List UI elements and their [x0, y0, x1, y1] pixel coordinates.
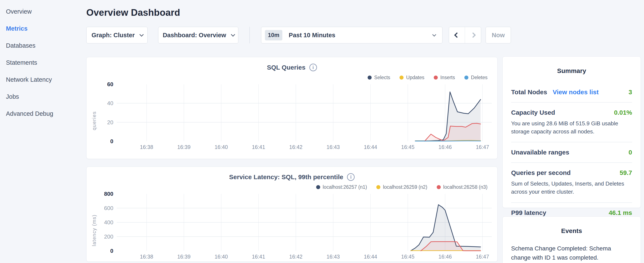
svg-text:400: 400	[104, 219, 113, 225]
main-content: Overview Dashboard Graph: Cluster Dashbo…	[86, 0, 644, 263]
legend-item: Selects	[368, 75, 390, 80]
summary-title: Summary	[511, 67, 632, 75]
svg-text:16:40: 16:40	[214, 254, 228, 259]
info-icon[interactable]: i	[347, 173, 355, 181]
right-column: Summary Total Nodes View nodes list 3 Ca…	[502, 56, 641, 263]
time-window-badge: 10m	[265, 30, 282, 41]
svg-text:16:43: 16:43	[326, 254, 340, 259]
sidebar-item-jobs[interactable]: Jobs	[0, 88, 86, 105]
legend-item: Inserts	[434, 75, 455, 80]
svg-text:16:41: 16:41	[252, 254, 265, 259]
svg-text:16:41: 16:41	[252, 144, 265, 150]
service-latency-chart-card: Service Latency: SQL, 99th percentile i …	[86, 167, 498, 262]
svg-text:40: 40	[107, 100, 113, 106]
legend-item: Deletes	[464, 75, 488, 80]
legend-item: Updates	[400, 75, 424, 80]
content-row: SQL Queries i SelectsUpdatesInsertsDelet…	[86, 57, 641, 263]
graph-dropdown-label: Graph: Cluster	[92, 32, 134, 39]
svg-text:16:38: 16:38	[140, 254, 153, 259]
svg-text:16:45: 16:45	[401, 254, 414, 259]
events-panel: Events Schema Change Completed: Schema c…	[502, 216, 641, 263]
legend-item: localhost:26259 (n2)	[376, 184, 427, 190]
time-window-selector[interactable]: 10m Past 10 Minutes	[261, 27, 442, 43]
summary-label: Unavailable ranges	[511, 149, 569, 156]
sidebar-item-metrics[interactable]: Metrics	[0, 20, 86, 37]
summary-label: Capacity Used	[511, 109, 555, 116]
legend-item: localhost:26258 (n3)	[437, 184, 488, 190]
svg-text:60: 60	[107, 81, 113, 87]
svg-text:16:42: 16:42	[289, 144, 302, 150]
summary-label: P99 latency	[511, 209, 546, 216]
legend-dot-icon	[376, 185, 380, 189]
summary-label: Total Nodes	[511, 89, 547, 96]
summary-description: Sum of Selects, Updates, Inserts, and De…	[511, 180, 632, 196]
svg-text:16:39: 16:39	[177, 254, 190, 259]
sidebar: Overview Metrics Databases Statements Ne…	[0, 0, 86, 263]
time-back-button[interactable]	[449, 27, 465, 43]
summary-value: 0	[628, 149, 632, 156]
chart-title: SQL Queries	[267, 64, 305, 71]
svg-text:0: 0	[110, 248, 113, 254]
sidebar-item-statements[interactable]: Statements	[0, 54, 86, 71]
summary-label: Queries per second	[511, 169, 571, 176]
svg-text:16:45: 16:45	[401, 144, 414, 150]
view-nodes-list-link[interactable]: View nodes list	[552, 89, 598, 96]
chevron-down-icon	[139, 32, 144, 37]
graph-dropdown[interactable]: Graph: Cluster	[86, 27, 148, 43]
y-axis-title: latency (ms)	[90, 191, 98, 261]
summary-row-unavailable-ranges: Unavailable ranges 0	[511, 142, 632, 162]
sidebar-item-databases[interactable]: Databases	[0, 37, 86, 54]
summary-row-queries-per-second: Queries per second 59.7 Sum of Selects, …	[511, 162, 632, 202]
legend-dot-icon	[368, 76, 372, 80]
svg-text:16:44: 16:44	[364, 144, 377, 150]
legend-dot-icon	[400, 76, 404, 80]
svg-text:16:47: 16:47	[476, 144, 489, 150]
svg-text:16:46: 16:46	[438, 254, 452, 259]
dashboard-dropdown-label: Dashboard: Overview	[163, 32, 226, 39]
service-latency-chart[interactable]: 16:3816:3916:4016:4116:4216:4316:4416:45…	[98, 191, 494, 261]
svg-text:16:40: 16:40	[214, 144, 228, 150]
chart-title: Service Latency: SQL, 99th percentile	[229, 173, 343, 181]
svg-text:20: 20	[107, 119, 113, 126]
sidebar-item-network-latency[interactable]: Network Latency	[0, 71, 86, 88]
charts-column: SQL Queries i SelectsUpdatesInsertsDelet…	[86, 57, 498, 263]
now-button[interactable]: Now	[486, 27, 511, 43]
y-axis-title: queries	[90, 81, 98, 151]
time-nav-buttons	[449, 27, 481, 43]
chevron-down-icon	[231, 32, 235, 37]
time-forward-button[interactable]	[465, 27, 481, 43]
events-title: Events	[511, 227, 632, 234]
svg-text:200: 200	[104, 233, 113, 240]
legend-dot-icon	[464, 76, 468, 80]
sql-queries-chart-card: SQL Queries i SelectsUpdatesInsertsDelet…	[86, 57, 498, 159]
dashboard-dropdown[interactable]: Dashboard: Overview	[158, 27, 238, 43]
toolbar-divider	[250, 27, 250, 43]
legend-dot-icon	[434, 76, 438, 80]
svg-text:16:43: 16:43	[326, 144, 340, 150]
svg-text:16:46: 16:46	[438, 144, 452, 150]
sidebar-item-overview[interactable]: Overview	[0, 3, 86, 20]
chart-legend: SelectsUpdatesInsertsDeletes	[90, 75, 488, 80]
legend-dot-icon	[437, 185, 441, 189]
legend-item: localhost:26257 (n1)	[316, 184, 367, 190]
svg-text:16:42: 16:42	[289, 254, 302, 259]
chart-legend: localhost:26257 (n1)localhost:26259 (n2)…	[90, 184, 488, 190]
event-message: Schema Change Completed: Schema change w…	[511, 244, 632, 262]
svg-text:16:47: 16:47	[476, 254, 489, 259]
summary-value: 46.1 ms	[609, 209, 632, 216]
chevron-down-icon	[432, 33, 436, 36]
sql-queries-chart[interactable]: 16:3816:3916:4016:4116:4216:4316:4416:45…	[98, 81, 494, 151]
summary-value: 0.01%	[614, 109, 632, 116]
svg-text:16:39: 16:39	[177, 144, 190, 150]
time-window-label: Past 10 Minutes	[289, 32, 335, 39]
chevron-left-icon	[454, 32, 460, 38]
chevron-right-icon	[470, 32, 476, 38]
svg-text:0: 0	[110, 138, 113, 144]
summary-description: You are using 28.6 MiB of 515.9 GiB usab…	[511, 120, 632, 136]
summary-panel: Summary Total Nodes View nodes list 3 Ca…	[502, 56, 641, 208]
event-list-item[interactable]: Schema Change Completed: Schema change w…	[511, 244, 632, 263]
toolbar: Graph: Cluster Dashboard: Overview 10m P…	[86, 27, 641, 43]
page-title: Overview Dashboard	[86, 7, 641, 18]
sidebar-item-advanced-debug[interactable]: Advanced Debug	[0, 105, 86, 122]
info-icon[interactable]: i	[309, 64, 317, 71]
